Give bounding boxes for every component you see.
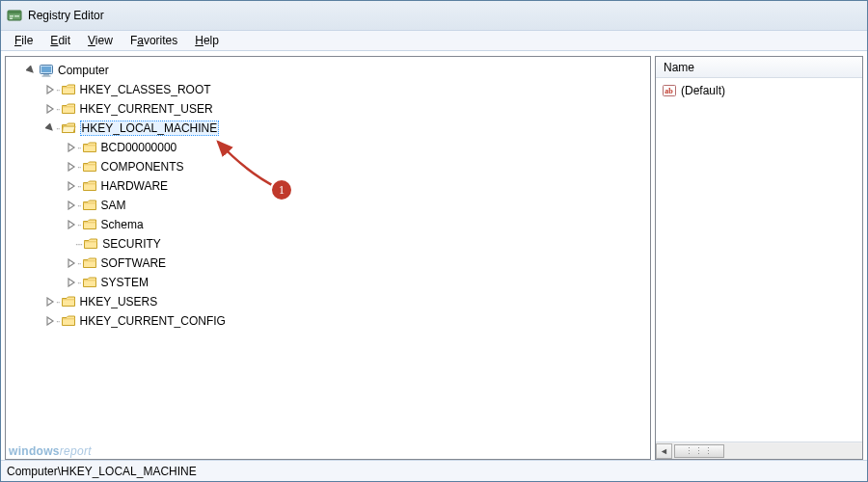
menu-file[interactable]: File <box>7 32 41 49</box>
expander-collapsed-icon[interactable] <box>44 296 56 308</box>
expander-collapsed-icon[interactable] <box>66 219 77 230</box>
svg-rect-6 <box>41 67 51 72</box>
values-header-name-label: Name <box>664 61 694 74</box>
folder-icon <box>82 255 97 271</box>
tree-node-hkcu[interactable]: ·· HKEY_CURRENT_USER <box>6 99 650 119</box>
svg-rect-2 <box>10 15 14 17</box>
tree-node-components[interactable]: ·· COMPONENTS <box>6 157 650 176</box>
tree-node-computer[interactable]: Computer <box>6 61 650 80</box>
folder-icon <box>82 178 97 194</box>
values-header-name[interactable]: Name <box>656 57 862 78</box>
tree-label-hklm: HKEY_LOCAL_MACHINE <box>80 120 220 136</box>
values-pane: Name ab (Default) ◄ ⋮⋮⋮ <box>655 56 863 460</box>
expander-expanded-icon[interactable] <box>44 122 56 134</box>
window-title: Registry Editor <box>28 9 104 22</box>
svg-rect-8 <box>42 76 51 77</box>
menu-favorites[interactable]: Favorites <box>122 32 185 49</box>
tree-node-software[interactable]: ·· SOFTWARE <box>6 254 650 273</box>
tree-connector: ·· <box>56 123 60 134</box>
menu-file-rest: ile <box>21 34 33 47</box>
tree-node-hku[interactable]: ·· HKEY_USERS <box>6 292 650 311</box>
tree-label-security: SECURITY <box>102 237 161 251</box>
tree-label-bcd: BCD00000000 <box>101 141 177 154</box>
expander-collapsed-icon[interactable] <box>66 161 77 173</box>
expander-collapsed-icon[interactable] <box>44 103 56 115</box>
regedit-icon <box>7 8 22 23</box>
expander-collapsed-icon[interactable] <box>66 200 77 211</box>
tree-connector: ·· <box>77 143 81 153</box>
svg-text:ab: ab <box>665 87 673 95</box>
tree-node-schema[interactable]: ·· Schema <box>6 215 650 234</box>
tree-node-hardware[interactable]: ·· HARDWARE <box>6 176 650 196</box>
menubar: File Edit View Favorites Help <box>1 30 867 51</box>
value-name-default: (Default) <box>681 84 725 97</box>
tree-node-hkcc[interactable]: ·· HKEY_CURRENT_CONFIG <box>6 311 650 331</box>
folder-icon <box>61 82 76 97</box>
expander-collapsed-icon[interactable] <box>66 277 77 288</box>
value-row-default[interactable]: ab (Default) <box>660 82 858 99</box>
tree-node-bcd[interactable]: ·· BCD00000000 <box>6 138 650 157</box>
folder-icon <box>82 217 97 232</box>
tree-label-hkcr: HKEY_CLASSES_ROOT <box>80 83 211 96</box>
scroll-left-icon[interactable]: ◄ <box>656 443 672 459</box>
tree-node-hkcr[interactable]: ·· HKEY_CLASSES_ROOT <box>6 80 650 99</box>
folder-icon <box>83 236 98 252</box>
folder-icon <box>82 198 97 213</box>
expander-collapsed-icon[interactable] <box>44 84 56 95</box>
computer-icon <box>39 63 54 78</box>
tree-label-system: SYSTEM <box>101 276 149 289</box>
tree-connector: ···· <box>75 239 82 250</box>
tree-connector: ·· <box>77 258 81 269</box>
folder-icon <box>61 294 76 309</box>
menu-fav-rest: vorites <box>144 34 177 47</box>
tree-connector: ·· <box>77 162 81 173</box>
menu-edit[interactable]: Edit <box>42 32 78 49</box>
scroll-thumb[interactable]: ⋮⋮⋮ <box>674 444 724 458</box>
tree-label-hardware: HARDWARE <box>101 179 169 193</box>
tree-node-security[interactable]: ···· SECURITY <box>6 234 650 254</box>
menu-help-rest: elp <box>203 34 219 47</box>
tree-label-computer: Computer <box>58 64 109 77</box>
folder-icon <box>82 275 97 290</box>
tree-node-hklm[interactable]: ·· HKEY_LOCAL_MACHINE <box>6 119 650 138</box>
horizontal-scrollbar[interactable]: ◄ ⋮⋮⋮ <box>656 442 862 459</box>
expander-collapsed-icon[interactable] <box>66 180 77 192</box>
svg-rect-4 <box>10 18 13 20</box>
tree-label-schema: Schema <box>101 218 144 231</box>
menu-help[interactable]: Help <box>187 32 227 49</box>
tree-connector: ·· <box>56 297 60 308</box>
tree-connector: ·· <box>77 220 81 230</box>
tree-label-sam: SAM <box>101 199 126 212</box>
menu-view-rest: iew <box>95 34 113 47</box>
folder-icon <box>61 101 76 117</box>
folder-icon <box>82 140 97 155</box>
svg-rect-1 <box>8 11 21 13</box>
expander-collapsed-icon[interactable] <box>44 315 56 327</box>
expander-expanded-icon[interactable] <box>25 65 37 76</box>
registry-tree: Computer ·· HKEY_CLASSES_ROOT <box>6 61 650 331</box>
svg-rect-7 <box>43 74 49 76</box>
folder-icon <box>82 159 97 174</box>
tree-connector: ·· <box>56 316 60 327</box>
scroll-track[interactable]: ⋮⋮⋮ <box>672 443 862 459</box>
expander-collapsed-icon[interactable] <box>66 142 77 153</box>
tree-label-hkcu: HKEY_CURRENT_USER <box>80 102 213 116</box>
tree-label-hku: HKEY_USERS <box>80 295 158 308</box>
tree-label-components: COMPONENTS <box>101 160 184 174</box>
tree-connector: ·· <box>77 278 81 288</box>
folder-open-icon <box>61 120 76 136</box>
tree-connector: ·· <box>56 85 60 95</box>
expander-collapsed-icon[interactable] <box>66 257 77 269</box>
values-body[interactable]: ab (Default) <box>656 78 862 442</box>
statusbar: Computer\HKEY_LOCAL_MACHINE <box>1 460 867 481</box>
menu-edit-rest: dit <box>58 34 70 47</box>
tree-pane[interactable]: Computer ·· HKEY_CLASSES_ROOT <box>5 56 651 460</box>
reg-string-icon: ab <box>662 83 677 98</box>
menu-view[interactable]: View <box>80 32 121 49</box>
svg-rect-3 <box>14 15 19 17</box>
tree-connector: ·· <box>77 201 81 211</box>
content-area: Computer ·· HKEY_CLASSES_ROOT <box>1 51 867 460</box>
tree-node-sam[interactable]: ·· SAM <box>6 196 650 215</box>
tree-node-system[interactable]: ·· SYSTEM <box>6 273 650 292</box>
registry-editor-window: Registry Editor File Edit View Favorites… <box>0 0 868 482</box>
